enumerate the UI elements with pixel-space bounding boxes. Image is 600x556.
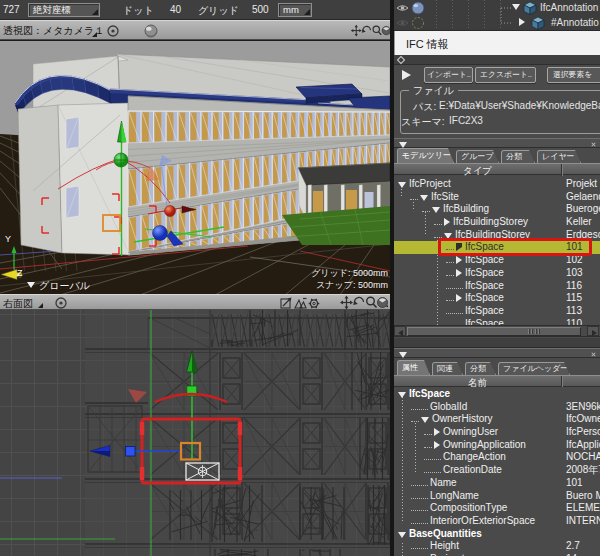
attribute-row[interactable]: InteriorOrExteriorSpaceINTERNAL — [394, 515, 600, 528]
attribute-row-value: Buero M — [566, 490, 600, 503]
browser-item-label[interactable]: IfcAnnotation — [540, 2, 598, 13]
attribute-row[interactable]: GlobalId3EN96ko — [394, 401, 600, 414]
tab-model-tree[interactable]: モデルツリー — [397, 148, 454, 163]
attribute-row[interactable]: ChangeActionNOCHANGE — [394, 451, 600, 464]
chevron-down-icon[interactable] — [421, 417, 429, 423]
right-viewport[interactable] — [0, 310, 390, 556]
chevron-down-icon[interactable] — [432, 207, 440, 213]
render-sphere-icon[interactable] — [411, 1, 425, 15]
attribute-row[interactable]: BaseQuantities — [394, 528, 600, 541]
browser-item-label[interactable]: #Annotatio — [551, 17, 599, 28]
model-tree-column-header[interactable]: タイプ — [394, 163, 600, 175]
diamond-icon[interactable] — [397, 55, 405, 63]
global-mode-label[interactable]: グローバル — [27, 279, 90, 293]
perspective-view-header[interactable]: 透視図：メタカメラ１ — [0, 20, 390, 40]
attribute-row[interactable]: OwningUserIfcPersonAndOrganization — [394, 426, 600, 439]
tab-classification[interactable]: 分類 — [501, 150, 535, 163]
column-divider[interactable] — [561, 164, 562, 176]
tab-file-header[interactable]: ファイルヘッダー — [498, 362, 570, 375]
attribute-row[interactable]: Height2.7 — [394, 540, 600, 553]
panel-gap — [394, 338, 600, 348]
viewport-snap-info: スナップ: 500mm — [316, 279, 388, 292]
scroll-right-icon[interactable] — [592, 330, 597, 336]
view-tool-icons[interactable] — [350, 23, 390, 39]
tab-layer[interactable]: レイヤー — [537, 150, 581, 163]
scroll-left-icon[interactable] — [398, 330, 403, 336]
right-view-title[interactable]: 右面図 — [3, 297, 33, 311]
model-tree-row[interactable]: IfcProjectProjekt B — [394, 178, 600, 191]
attribute-row[interactable]: LongNameBuero M — [394, 490, 600, 503]
expand-arrow-icon[interactable] — [402, 70, 411, 80]
attribute-row[interactable]: CompositionTypeELEMENT — [394, 502, 600, 515]
model-tree-row[interactable]: IfcBuildingBuerogeb — [394, 203, 600, 216]
view-tool-icons[interactable] — [338, 295, 388, 311]
scrollbar-thumb[interactable] — [407, 327, 581, 336]
view-header-icons[interactable] — [105, 23, 165, 39]
model-tree-row-name: 103 — [566, 267, 600, 280]
chevron-right-icon[interactable] — [456, 269, 462, 277]
model-tree-row[interactable]: IfcSpace115 — [394, 292, 600, 305]
dot-value[interactable]: 40 — [170, 4, 181, 15]
attribute-row[interactable]: OwnerHistoryIfcOwnerHistory — [394, 413, 600, 426]
attribute-row[interactable]: IfcSpace — [394, 388, 600, 401]
attribute-row-name: OwnerHistory — [432, 413, 493, 424]
file-group-label: ファイル — [409, 84, 458, 98]
import-button[interactable]: インポート.. — [424, 67, 473, 83]
target-icon[interactable] — [53, 296, 69, 310]
attribute-row[interactable]: OwningApplicationIfcApplication — [394, 439, 600, 452]
chevron-right-icon[interactable] — [434, 428, 440, 436]
attributes-column-header[interactable]: 名前 — [394, 375, 600, 387]
model-tree-row-name: 110 — [566, 318, 600, 325]
right-view-header[interactable]: 右面図 — [0, 294, 390, 310]
chevron-right-icon[interactable] — [444, 218, 450, 226]
splitter-bar[interactable] — [394, 138, 600, 148]
attribute-row-value: IfcPersonAndOrganization — [566, 426, 600, 439]
splitter-bar[interactable] — [394, 348, 600, 358]
chevron-down-icon[interactable] — [398, 532, 406, 538]
attribute-row[interactable]: CreationDate2008年7月 — [394, 464, 600, 477]
chevron-right-icon[interactable] — [456, 294, 462, 302]
model-tree-row[interactable]: IfcSpace102 — [394, 254, 600, 267]
model-tree-row[interactable]: IfcSiteGelaende — [394, 191, 600, 204]
attribute-row[interactable]: Name101 — [394, 477, 600, 490]
eye-icon[interactable] — [396, 2, 409, 14]
tab-classification[interactable]: 分類 — [465, 362, 496, 375]
export-button[interactable]: エクスポート.. — [475, 67, 536, 83]
model-tree-row-name: Keller — [566, 216, 600, 229]
model-tree-row[interactable]: IfcSpace110 — [394, 318, 600, 325]
perspective-view-title[interactable]: 透視図：メタカメラ１ — [3, 24, 104, 38]
ifc-window-titlebar[interactable]: IFC 情報 — [394, 31, 600, 55]
chevron-right-icon[interactable] — [519, 18, 525, 26]
attribute-row-name: BaseQuantities — [409, 528, 482, 539]
tab-group[interactable]: グループ — [456, 150, 499, 163]
coordinate-mode-dropdown[interactable]: 絶対座標 — [28, 3, 100, 17]
chevron-down-icon[interactable] — [398, 182, 406, 188]
chevron-right-icon[interactable] — [434, 441, 440, 449]
perspective-viewport[interactable]: グリッド: 5000mm スナップ: 500mm Y Z グローバル — [0, 41, 390, 294]
chevron-down-icon[interactable] — [512, 4, 520, 10]
grid-value[interactable]: 500 — [252, 4, 269, 15]
attribute-row-name: GlobalId — [430, 401, 467, 412]
model-tree-row-type: IfcSpace — [465, 280, 504, 291]
chevron-down-icon[interactable] — [398, 392, 406, 398]
chevron-down-icon[interactable] — [420, 195, 428, 201]
render-sphere-icon-disabled[interactable] — [411, 16, 425, 30]
tab-relations[interactable]: 関連 — [432, 362, 463, 375]
model-tree-row[interactable]: IfcSpace116 — [394, 280, 600, 293]
eye-icon-disabled[interactable] — [396, 17, 409, 29]
tab-attributes[interactable]: 属性 — [397, 360, 430, 375]
unit-dropdown[interactable]: mm — [278, 3, 312, 17]
model-tree-hscrollbar[interactable] — [394, 325, 600, 337]
model-tree-row[interactable]: IfcSpace103 — [394, 267, 600, 280]
model-tree-row[interactable]: IfcSpace113 — [394, 305, 600, 318]
attribute-tabs: 属性 関連 分類 ファイルヘッダー — [397, 360, 572, 375]
grid-label: グリッド — [198, 4, 239, 18]
attribute-row-name: OwningUser — [443, 426, 498, 437]
collapse-icon[interactable] — [399, 352, 407, 358]
view-extra-icons[interactable] — [280, 296, 322, 311]
model-tree-row-name: 113 — [566, 305, 600, 318]
model-tree-row[interactable]: IfcBuildingStoreyKeller — [394, 216, 600, 229]
select-elements-button[interactable]: 選択要素を — [547, 67, 600, 83]
chevron-right-icon[interactable] — [456, 256, 462, 264]
model-tree-row-type: IfcBuilding — [443, 203, 489, 214]
